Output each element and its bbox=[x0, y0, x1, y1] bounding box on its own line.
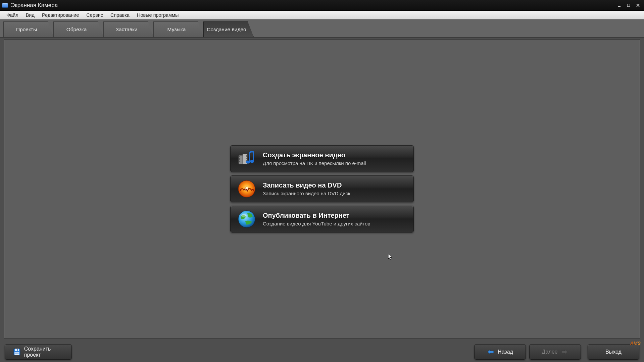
tab-label: Создание видео bbox=[207, 27, 246, 33]
save-project-button[interactable]: Сохранить проект bbox=[5, 344, 72, 360]
svg-rect-7 bbox=[239, 161, 240, 162]
maximize-icon bbox=[627, 3, 631, 7]
svg-rect-4 bbox=[239, 156, 240, 157]
minimize-button[interactable] bbox=[615, 2, 623, 9]
svg-rect-22 bbox=[14, 352, 19, 355]
tab-create-video[interactable]: Создание видео bbox=[203, 21, 254, 37]
card-title: Записать видео на DVD bbox=[263, 182, 407, 189]
tab-trim[interactable]: Обрезка bbox=[53, 21, 104, 37]
svg-point-18 bbox=[241, 214, 247, 217]
svg-rect-10 bbox=[246, 158, 247, 159]
card-create-screen-video[interactable]: Создать экранное видео Для просмотра на … bbox=[230, 145, 414, 172]
button-label: Выход bbox=[605, 349, 622, 355]
card-burn-dvd[interactable]: Записать видео на DVD Запись экранного в… bbox=[230, 175, 414, 202]
back-button[interactable]: Назад bbox=[474, 344, 526, 360]
tab-label: Заставки bbox=[116, 27, 138, 33]
arrow-left-icon bbox=[487, 349, 494, 355]
next-button: Далее bbox=[529, 344, 581, 360]
svg-point-14 bbox=[250, 160, 254, 163]
button-label: Далее bbox=[542, 349, 558, 355]
tab-projects[interactable]: Проекты bbox=[3, 21, 54, 37]
svg-rect-20 bbox=[15, 349, 19, 351]
menu-new-programs[interactable]: Новые программы bbox=[133, 12, 183, 18]
window-title: Экранная Камера bbox=[11, 2, 614, 9]
menubar: Файл Вид Редактирование Сервис Справка Н… bbox=[0, 11, 644, 19]
svg-rect-1 bbox=[627, 4, 630, 7]
close-button[interactable] bbox=[634, 2, 642, 9]
menu-help[interactable]: Справка bbox=[107, 12, 133, 18]
tab-label: Проекты bbox=[16, 27, 37, 33]
card-title: Создать экранное видео bbox=[263, 151, 407, 159]
card-desc: Запись экранного видео на DVD диск bbox=[263, 191, 407, 196]
globe-icon bbox=[237, 210, 256, 228]
svg-rect-8 bbox=[246, 155, 247, 156]
exit-button[interactable]: Выход bbox=[588, 344, 639, 360]
minimize-icon bbox=[617, 3, 621, 7]
card-desc: Создание видео для YouTube и других сайт… bbox=[263, 221, 407, 226]
card-stack: Создать экранное видео Для просмотра на … bbox=[230, 145, 414, 232]
tab-music[interactable]: Музыка bbox=[153, 21, 204, 37]
svg-rect-6 bbox=[239, 159, 240, 160]
svg-rect-21 bbox=[17, 349, 18, 351]
button-label: Сохранить проект bbox=[24, 346, 63, 358]
arrow-right-icon bbox=[561, 349, 568, 355]
floppy-icon bbox=[13, 348, 21, 356]
film-music-icon bbox=[237, 149, 256, 168]
tab-label: Обрезка bbox=[66, 27, 87, 33]
button-label: Назад bbox=[498, 349, 513, 355]
app-icon bbox=[2, 3, 8, 8]
svg-rect-9 bbox=[246, 156, 247, 157]
menu-service[interactable]: Сервис bbox=[83, 12, 107, 18]
card-publish-internet[interactable]: Опубликовать в Интернет Создание видео д… bbox=[230, 206, 414, 232]
content-area: Создать экранное видео Для просмотра на … bbox=[4, 39, 640, 339]
svg-point-13 bbox=[246, 161, 250, 164]
svg-rect-11 bbox=[246, 160, 247, 161]
close-icon bbox=[636, 3, 640, 7]
tab-label: Музыка bbox=[167, 27, 186, 33]
card-title: Опубликовать в Интернет bbox=[263, 212, 407, 219]
svg-rect-5 bbox=[239, 158, 240, 159]
disc-fire-icon bbox=[237, 179, 256, 198]
maximize-button[interactable] bbox=[625, 2, 633, 9]
menu-view[interactable]: Вид bbox=[22, 12, 38, 18]
titlebar: Экранная Камера bbox=[0, 0, 644, 11]
menu-file[interactable]: Файл bbox=[3, 12, 22, 18]
bottombar: Сохранить проект Назад Далее Выход bbox=[0, 342, 644, 362]
brand-logo: AMS bbox=[630, 341, 641, 346]
card-desc: Для просмотра на ПК и пересылки по e-mai… bbox=[263, 160, 407, 166]
menu-edit[interactable]: Редактирование bbox=[38, 12, 83, 18]
tabstrip: Проекты Обрезка Заставки Музыка Создание… bbox=[0, 19, 644, 38]
svg-point-17 bbox=[238, 211, 255, 227]
tab-titles[interactable]: Заставки bbox=[103, 21, 154, 37]
